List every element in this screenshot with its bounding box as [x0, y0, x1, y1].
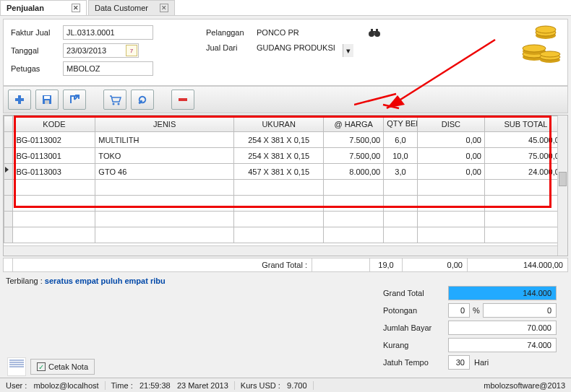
scrollbar-vertical[interactable] — [557, 116, 567, 256]
table-row[interactable]: BG-0113002 MULTILITH 254 X 381 X 0,15 7.… — [4, 132, 567, 148]
close-icon[interactable]: ✕ — [72, 4, 80, 12]
col-qty[interactable]: QTY BELI — [384, 116, 418, 132]
tanggal-input[interactable]: 23/03/2013 7 — [63, 43, 139, 58]
table-row[interactable] — [4, 212, 567, 227]
data-grid[interactable]: KODE JENIS UKURAN @ HARGA QTY BELI DISC … — [4, 116, 567, 243]
col-disc[interactable]: DISC — [417, 116, 484, 132]
tanggal-label: Tanggal — [11, 46, 63, 55]
table-row[interactable] — [4, 180, 567, 196]
chevron-down-icon[interactable]: ▾ — [343, 44, 353, 57]
status-kurs: 9.700 — [287, 381, 307, 390]
add-button[interactable] — [8, 90, 31, 110]
row-pointer-icon — [5, 167, 9, 173]
cetak-nota-checkbox[interactable]: ✓ Cetak Nota — [30, 359, 95, 375]
delete-button[interactable] — [171, 90, 194, 110]
petugas-input[interactable]: MBOLOZ — [63, 61, 153, 76]
kurang-value: 74.000 — [448, 338, 557, 352]
jualdari-select[interactable]: GUDANG PRODUKSI ▾ — [257, 43, 354, 52]
status-user: mboloz@localhost — [34, 381, 99, 390]
grand-total-qty: 19,0 — [370, 258, 403, 271]
scrollbar-horizontal[interactable] — [4, 245, 557, 256]
table-row[interactable]: BG-0113001 TOKO 254 X 381 X 0,15 7.500,0… — [4, 148, 567, 164]
table-row[interactable] — [4, 196, 567, 212]
summary-grand-label: Grand Total — [383, 289, 448, 297]
svg-rect-18 — [44, 96, 50, 99]
tab-penjualan[interactable]: Penjualan ✕ — [0, 0, 87, 15]
tab-data-customer[interactable]: Data Customer ✕ — [88, 0, 175, 15]
grand-total-row: Grand Total : 19,0 0,00 144.000,00 — [3, 258, 568, 272]
jt-input[interactable]: 30 — [448, 355, 470, 370]
tab-label: Data Customer — [95, 4, 148, 12]
svg-rect-16 — [15, 98, 24, 101]
export-button[interactable] — [63, 90, 86, 110]
tab-label: Penjualan — [7, 4, 44, 12]
status-app: mbolozsoftware@2013 — [478, 381, 571, 390]
table-header-row: KODE JENIS UKURAN @ HARGA QTY BELI DISC … — [4, 116, 567, 132]
svg-point-11 — [540, 51, 560, 57]
svg-point-8 — [523, 45, 546, 52]
summary-bayar-label: Jumlah Bayar — [383, 323, 448, 332]
table-row[interactable]: BG-0113003 GTO 46 457 X 381 X 0,15 8.000… — [4, 164, 567, 180]
svg-rect-2 — [371, 29, 373, 32]
checkmark-icon: ✓ — [37, 362, 46, 371]
grand-total-disc: 0,00 — [403, 258, 468, 271]
summary-potongan-label: Potongan — [383, 306, 448, 315]
settings-button[interactable] — [131, 90, 154, 110]
toolbar — [3, 86, 568, 113]
summary-kurang-label: Kurang — [383, 341, 448, 349]
faktur-input[interactable]: JL.0313.0001 — [63, 25, 153, 40]
cart-button[interactable] — [103, 90, 126, 110]
faktur-label: Faktur Jual — [11, 28, 63, 37]
grand-total-sub: 144.000,00 — [468, 258, 567, 271]
status-time: 21:59:38 — [139, 381, 171, 390]
calendar-icon[interactable]: 7 — [126, 45, 137, 56]
close-icon[interactable]: ✕ — [160, 4, 168, 12]
col-ukuran[interactable]: UKURAN — [234, 116, 324, 132]
svg-rect-23 — [179, 98, 187, 101]
table-row[interactable] — [4, 227, 567, 243]
col-harga[interactable]: @ HARGA — [324, 116, 384, 132]
potongan-value: 0 — [483, 303, 557, 318]
status-bar: User : mboloz@localhost Time : 21:59:38 … — [0, 378, 571, 392]
svg-rect-4 — [373, 31, 376, 32]
pelanggan-input[interactable]: PONCO PR — [257, 28, 354, 37]
col-sub[interactable]: SUB TOTAL — [484, 116, 567, 132]
coins-icon — [518, 22, 562, 66]
note-icon — [7, 357, 26, 376]
summary-jt-label: Jatuh Tempo — [383, 358, 448, 367]
svg-rect-3 — [376, 29, 378, 32]
col-kode[interactable]: KODE — [13, 116, 95, 132]
terbilang-label: Terbilang : — [6, 276, 43, 285]
col-jenis[interactable]: JENIS — [95, 116, 234, 132]
petugas-label: Petugas — [11, 64, 63, 73]
potongan-pct-input[interactable]: 0 — [448, 303, 470, 318]
svg-point-20 — [113, 103, 115, 105]
pelanggan-label: Pelanggan — [206, 28, 257, 37]
bayar-input[interactable]: 70.000 — [448, 321, 557, 335]
binoculars-icon[interactable] — [367, 25, 382, 40]
svg-point-14 — [536, 26, 556, 33]
save-button[interactable] — [35, 90, 59, 110]
grand-total-label: Grand Total : — [13, 258, 312, 271]
svg-rect-19 — [45, 100, 49, 104]
status-date: 23 Maret 2013 — [177, 381, 228, 390]
terbilang-value: seratus empat puluh empat ribu — [45, 276, 166, 285]
summary-grand-value: 144.000 — [448, 286, 557, 300]
svg-point-21 — [118, 103, 120, 105]
jualdari-label: Jual Dari — [206, 43, 257, 52]
